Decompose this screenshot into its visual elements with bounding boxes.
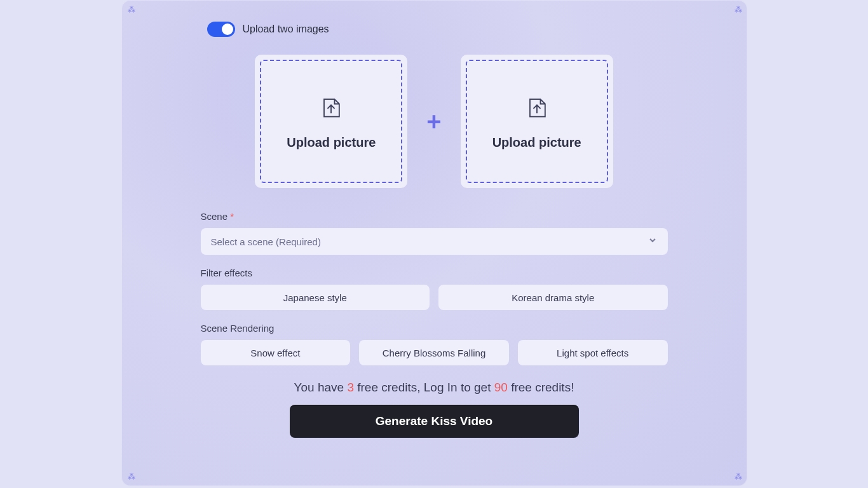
main-card: ⁂ ⁂ ⁂ ⁂ Upload two images Upload picture [121, 0, 747, 486]
chevron-down-icon [648, 235, 658, 248]
corner-decoration-icon: ⁂ [735, 6, 741, 13]
scene-select-placeholder: Select a scene (Required) [211, 236, 321, 247]
credits-free-count: 3 [347, 381, 354, 394]
credits-text-mid: free credits, Log In to get [354, 381, 494, 394]
filter-effects-label: Filter effects [201, 268, 668, 278]
upload-label: Upload picture [492, 135, 581, 150]
scene-rendering-field: Scene Rendering Snow effect Cherry Bloss… [201, 323, 668, 365]
required-marker: * [230, 211, 234, 222]
upload-row: Upload picture + Upload picture [147, 55, 722, 188]
upload-picture-1[interactable]: Upload picture [255, 55, 407, 188]
scene-select[interactable]: Select a scene (Required) [201, 228, 668, 255]
plus-icon: + [426, 107, 441, 136]
upload-file-icon [317, 93, 345, 124]
filter-options-row: Japanese style Korean drama style [201, 285, 668, 310]
filter-option-japanese[interactable]: Japanese style [201, 285, 430, 310]
upload-dropzone: Upload picture [260, 60, 402, 183]
corner-decoration-icon: ⁂ [128, 473, 134, 480]
toggle-knob [222, 24, 233, 35]
render-option-cherry[interactable]: Cherry Blossoms Falling [359, 340, 509, 365]
render-option-light-spot[interactable]: Light spot effects [518, 340, 668, 365]
credits-message: You have 3 free credits, Log In to get 9… [147, 381, 722, 395]
scene-rendering-label: Scene Rendering [201, 323, 668, 334]
credits-text-prefix: You have [294, 381, 348, 394]
upload-dropzone: Upload picture [466, 60, 608, 183]
scene-label: Scene * [201, 211, 668, 222]
upload-picture-2[interactable]: Upload picture [461, 55, 613, 188]
render-option-snow[interactable]: Snow effect [201, 340, 351, 365]
two-images-toggle-row: Upload two images [207, 22, 722, 37]
credits-login-count: 90 [494, 381, 508, 394]
scene-label-text: Scene [201, 211, 228, 222]
scene-field: Scene * Select a scene (Required) [201, 211, 668, 255]
two-images-toggle-label: Upload two images [243, 24, 329, 35]
upload-file-icon [523, 93, 551, 124]
credits-text-suffix: free credits! [508, 381, 574, 394]
upload-label: Upload picture [287, 135, 376, 150]
generate-kiss-video-button[interactable]: Generate Kiss Video [290, 405, 579, 438]
two-images-toggle[interactable] [207, 22, 235, 37]
filter-effects-field: Filter effects Japanese style Korean dra… [201, 268, 668, 310]
corner-decoration-icon: ⁂ [128, 6, 134, 13]
corner-decoration-icon: ⁂ [735, 473, 741, 480]
render-options-row: Snow effect Cherry Blossoms Falling Ligh… [201, 340, 668, 365]
filter-option-korean[interactable]: Korean drama style [438, 285, 668, 310]
